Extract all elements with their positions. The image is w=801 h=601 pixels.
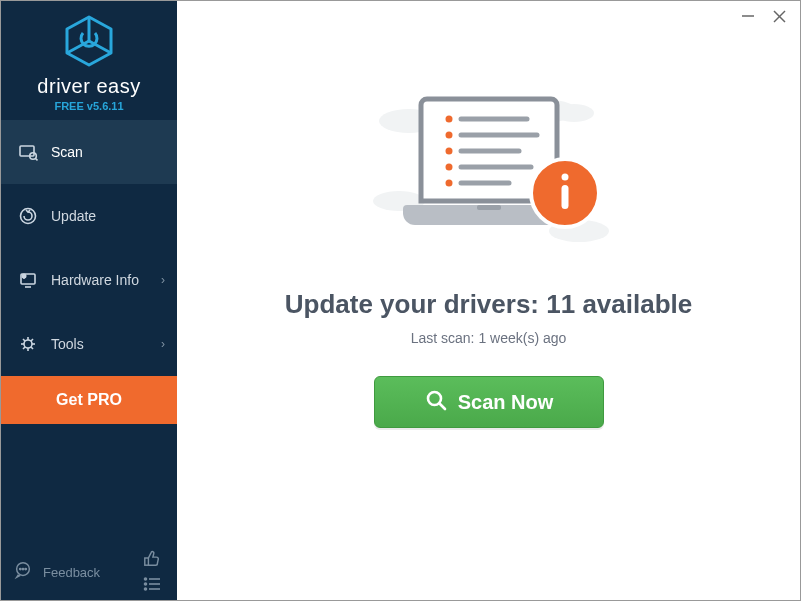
svg-point-26 — [22, 568, 23, 569]
svg-point-48 — [445, 164, 452, 171]
search-icon — [424, 388, 448, 417]
svg-point-46 — [445, 148, 452, 155]
titlebar — [727, 1, 800, 31]
last-scan-text: Last scan: 1 week(s) ago — [411, 330, 567, 346]
close-icon[interactable] — [773, 10, 786, 23]
app-logo-icon — [61, 13, 117, 69]
update-icon — [17, 206, 39, 226]
headline-text: Update your drivers: 11 available — [285, 289, 693, 320]
svg-point-33 — [145, 588, 147, 590]
svg-point-10 — [21, 209, 36, 224]
svg-point-15 — [24, 340, 32, 348]
chevron-right-icon: › — [161, 337, 165, 351]
feedback-label[interactable]: Feedback — [43, 565, 100, 580]
svg-point-53 — [561, 174, 568, 181]
scan-icon — [17, 142, 39, 162]
svg-point-50 — [445, 180, 452, 187]
svg-line-56 — [439, 403, 445, 409]
svg-rect-28 — [145, 558, 149, 565]
svg-line-23 — [23, 347, 25, 349]
app-window: driver easy FREE v5.6.11 Scan — [0, 0, 801, 601]
logo-block: driver easy FREE v5.6.11 — [1, 1, 177, 120]
list-icon[interactable] — [143, 577, 161, 595]
svg-point-38 — [554, 104, 594, 122]
brand-name: driver easy — [1, 75, 177, 98]
hardware-info-icon: i — [17, 270, 39, 290]
scan-now-button[interactable]: Scan Now — [374, 376, 604, 428]
main-panel: Update your drivers: 11 available Last s… — [177, 1, 800, 600]
sidebar-item-tools[interactable]: Tools › — [1, 312, 177, 376]
svg-point-29 — [145, 578, 147, 580]
sidebar-item-hardware-info[interactable]: i Hardware Info › — [1, 248, 177, 312]
get-pro-label: Get PRO — [56, 391, 122, 409]
tools-icon — [17, 334, 39, 354]
svg-rect-54 — [561, 185, 568, 209]
minimize-icon[interactable] — [741, 9, 755, 23]
get-pro-button[interactable]: Get PRO — [1, 376, 177, 424]
sidebar-footer: Feedback — [1, 544, 177, 600]
svg-line-9 — [36, 159, 38, 161]
sidebar-item-label: Update — [51, 208, 96, 224]
sidebar-nav: Scan Update i Hardware — [1, 120, 177, 424]
version-label: FREE v5.6.11 — [1, 100, 177, 112]
svg-point-42 — [445, 116, 452, 123]
svg-rect-7 — [20, 146, 34, 156]
svg-point-25 — [20, 568, 21, 569]
sidebar-spacer — [1, 424, 177, 544]
svg-line-22 — [31, 339, 33, 341]
sidebar-item-label: Scan — [51, 144, 83, 160]
chevron-right-icon: › — [161, 273, 165, 287]
feedback-icon[interactable] — [13, 560, 33, 584]
svg-point-27 — [25, 568, 26, 569]
sidebar-item-update[interactable]: Update — [1, 184, 177, 248]
laptop-illustration — [349, 81, 629, 261]
sidebar-item-scan[interactable]: Scan — [1, 120, 177, 184]
svg-text:i: i — [24, 274, 25, 279]
sidebar-item-label: Tools — [51, 336, 84, 352]
svg-line-21 — [31, 347, 33, 349]
svg-point-31 — [145, 583, 147, 585]
info-badge-icon — [531, 159, 599, 227]
sidebar-item-label: Hardware Info — [51, 272, 139, 288]
sidebar: driver easy FREE v5.6.11 Scan — [1, 1, 177, 600]
svg-line-20 — [23, 339, 25, 341]
svg-rect-41 — [477, 205, 501, 210]
svg-point-44 — [445, 132, 452, 139]
thumbs-up-icon[interactable] — [143, 549, 161, 571]
scan-now-label: Scan Now — [458, 391, 554, 414]
